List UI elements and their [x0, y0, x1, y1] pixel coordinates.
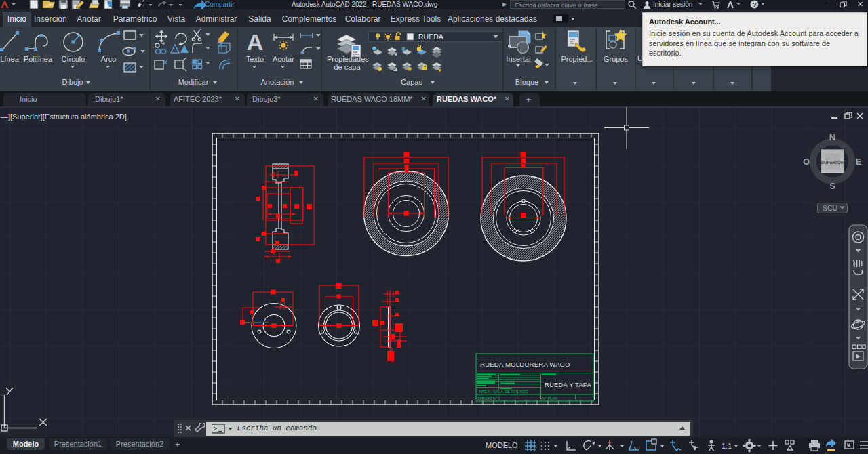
svg-text:RUEDA: RUEDA: [418, 33, 443, 41]
svg-text:?: ?: [753, 1, 757, 8]
svg-text:N° PLAN: N° PLAN: [542, 396, 557, 400]
svg-text:S: S: [829, 181, 835, 191]
svg-text:AREA : SALA DE AFILADO: AREA : SALA DE AFILADO: [479, 390, 528, 394]
svg-text:RUEDA Y TAPA: RUEDA Y TAPA: [545, 381, 592, 388]
svg-text:1:1: 1:1: [722, 442, 732, 450]
svg-text:DIBUJO N° 1: DIBUJO N° 1: [478, 396, 500, 400]
svg-text:O: O: [803, 157, 810, 167]
svg-text:A: A: [247, 29, 264, 55]
svg-text:E: E: [856, 157, 862, 167]
svg-text:N: N: [829, 132, 835, 142]
svg-text:SCU: SCU: [823, 204, 837, 212]
svg-text:RUEDA MOLDURERA WACO: RUEDA MOLDURERA WACO: [480, 360, 570, 368]
svg-text:—][Superior][Estructura alámbr: —][Superior][Estructura alámbrica 2D]: [1, 112, 127, 121]
svg-text:SUPERIOR: SUPERIOR: [821, 160, 844, 165]
